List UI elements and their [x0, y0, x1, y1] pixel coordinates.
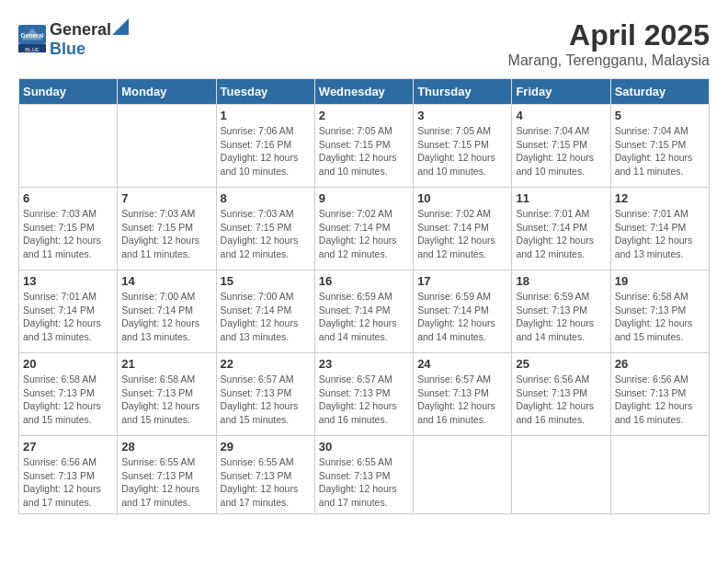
day-info: Sunrise: 6:57 AMSunset: 7:13 PMDaylight:…	[319, 373, 409, 427]
calendar-cell: 22Sunrise: 6:57 AMSunset: 7:13 PMDayligh…	[216, 353, 314, 436]
day-number: 4	[516, 109, 606, 122]
day-number: 23	[319, 357, 409, 371]
calendar-cell	[118, 105, 216, 188]
day-info: Sunrise: 7:05 AMSunset: 7:15 PMDaylight:…	[417, 124, 507, 178]
calendar-cell: 11Sunrise: 7:01 AMSunset: 7:14 PMDayligh…	[512, 188, 610, 270]
calendar-cell: 28Sunrise: 6:55 AMSunset: 7:13 PMDayligh…	[118, 436, 216, 514]
day-info: Sunrise: 6:57 AMSunset: 7:13 PMDaylight:…	[417, 373, 507, 427]
calendar-cell: 1Sunrise: 7:06 AMSunset: 7:16 PMDaylight…	[216, 105, 314, 188]
calendar-cell: 7Sunrise: 7:03 AMSunset: 7:15 PMDaylight…	[118, 188, 216, 270]
day-info: Sunrise: 6:58 AMSunset: 7:13 PMDaylight:…	[23, 373, 113, 427]
column-header-thursday: Thursday	[414, 79, 512, 105]
calendar-cell: 13Sunrise: 7:01 AMSunset: 7:14 PMDayligh…	[19, 270, 118, 353]
calendar-cell: 26Sunrise: 6:56 AMSunset: 7:13 PMDayligh…	[610, 353, 709, 436]
day-number: 2	[319, 109, 409, 122]
calendar-cell: 25Sunrise: 6:56 AMSunset: 7:13 PMDayligh…	[512, 353, 610, 436]
day-info: Sunrise: 6:56 AMSunset: 7:13 PMDaylight:…	[516, 373, 606, 427]
day-number: 15	[221, 274, 311, 288]
day-number: 5	[615, 109, 705, 122]
day-number: 10	[417, 191, 507, 205]
day-info: Sunrise: 7:01 AMSunset: 7:14 PMDaylight:…	[615, 207, 705, 261]
day-number: 14	[121, 274, 211, 288]
day-info: Sunrise: 7:02 AMSunset: 7:14 PMDaylight:…	[417, 207, 507, 261]
day-number: 7	[121, 191, 211, 205]
calendar-cell: 19Sunrise: 6:58 AMSunset: 7:13 PMDayligh…	[610, 270, 709, 353]
day-number: 28	[121, 440, 211, 454]
calendar-week-row: 1Sunrise: 7:06 AMSunset: 7:16 PMDaylight…	[19, 105, 710, 188]
location-title: Marang, Terengganu, Malaysia	[508, 52, 710, 69]
calendar-cell: 23Sunrise: 6:57 AMSunset: 7:13 PMDayligh…	[314, 353, 413, 436]
day-number: 13	[23, 274, 113, 288]
day-number: 11	[516, 191, 606, 205]
svg-text:BLUE: BLUE	[25, 47, 40, 52]
column-header-monday: Monday	[118, 79, 216, 105]
day-number: 21	[121, 357, 211, 371]
day-number: 18	[516, 274, 606, 288]
calendar-cell: 18Sunrise: 6:59 AMSunset: 7:13 PMDayligh…	[512, 270, 610, 353]
column-header-wednesday: Wednesday	[314, 79, 413, 105]
calendar-cell	[512, 436, 610, 514]
day-info: Sunrise: 6:55 AMSunset: 7:13 PMDaylight:…	[221, 455, 311, 510]
logo-icon: BLUE General	[18, 25, 46, 52]
day-number: 1	[221, 109, 311, 122]
day-info: Sunrise: 6:59 AMSunset: 7:13 PMDaylight:…	[516, 290, 606, 344]
calendar-cell: 20Sunrise: 6:58 AMSunset: 7:13 PMDayligh…	[19, 353, 118, 436]
calendar-cell: 27Sunrise: 6:56 AMSunset: 7:13 PMDayligh…	[19, 436, 118, 514]
day-info: Sunrise: 7:01 AMSunset: 7:14 PMDaylight:…	[23, 290, 113, 344]
calendar-cell: 17Sunrise: 6:59 AMSunset: 7:14 PMDayligh…	[414, 270, 512, 353]
day-info: Sunrise: 7:04 AMSunset: 7:15 PMDaylight:…	[615, 124, 705, 178]
day-info: Sunrise: 7:00 AMSunset: 7:14 PMDaylight:…	[221, 290, 311, 344]
calendar-cell: 24Sunrise: 6:57 AMSunset: 7:13 PMDayligh…	[414, 353, 512, 436]
day-number: 20	[23, 357, 113, 371]
calendar-week-row: 27Sunrise: 6:56 AMSunset: 7:13 PMDayligh…	[19, 436, 710, 514]
day-number: 8	[221, 191, 311, 205]
day-number: 24	[417, 357, 507, 371]
column-header-saturday: Saturday	[610, 79, 709, 105]
calendar-week-row: 13Sunrise: 7:01 AMSunset: 7:14 PMDayligh…	[19, 270, 710, 353]
column-header-tuesday: Tuesday	[216, 79, 314, 105]
day-info: Sunrise: 7:01 AMSunset: 7:14 PMDaylight:…	[516, 207, 606, 261]
calendar-cell: 15Sunrise: 7:00 AMSunset: 7:14 PMDayligh…	[216, 270, 314, 353]
logo-text: General Blue	[50, 18, 130, 59]
day-number: 27	[23, 440, 113, 454]
calendar-cell: 16Sunrise: 6:59 AMSunset: 7:14 PMDayligh…	[314, 270, 413, 353]
day-number: 19	[615, 274, 705, 288]
day-info: Sunrise: 7:04 AMSunset: 7:15 PMDaylight:…	[516, 124, 606, 178]
month-title: April 2025	[508, 18, 710, 52]
day-number: 17	[417, 274, 507, 288]
title-area: April 2025 Marang, Terengganu, Malaysia	[508, 18, 710, 69]
calendar-cell: 14Sunrise: 7:00 AMSunset: 7:14 PMDayligh…	[118, 270, 216, 353]
calendar-cell: 9Sunrise: 7:02 AMSunset: 7:14 PMDaylight…	[314, 188, 413, 270]
calendar-cell: 21Sunrise: 6:58 AMSunset: 7:13 PMDayligh…	[118, 353, 216, 436]
day-number: 16	[319, 274, 409, 288]
calendar-cell: 6Sunrise: 7:03 AMSunset: 7:15 PMDaylight…	[19, 188, 118, 270]
day-number: 25	[516, 357, 606, 371]
svg-marker-5	[112, 18, 129, 35]
day-number: 9	[319, 191, 409, 205]
day-info: Sunrise: 7:03 AMSunset: 7:15 PMDaylight:…	[23, 207, 113, 261]
day-number: 30	[319, 440, 409, 454]
day-info: Sunrise: 7:03 AMSunset: 7:15 PMDaylight:…	[121, 207, 211, 261]
calendar-cell: 10Sunrise: 7:02 AMSunset: 7:14 PMDayligh…	[414, 188, 512, 270]
calendar-cell: 2Sunrise: 7:05 AMSunset: 7:15 PMDaylight…	[314, 105, 413, 188]
day-info: Sunrise: 6:55 AMSunset: 7:13 PMDaylight:…	[319, 455, 409, 510]
day-info: Sunrise: 6:57 AMSunset: 7:13 PMDaylight:…	[221, 373, 311, 427]
calendar-week-row: 6Sunrise: 7:03 AMSunset: 7:15 PMDaylight…	[19, 188, 710, 270]
day-info: Sunrise: 6:59 AMSunset: 7:14 PMDaylight:…	[417, 290, 507, 344]
logo-blue: Blue	[50, 40, 85, 58]
calendar-header-row: SundayMondayTuesdayWednesdayThursdayFrid…	[19, 79, 710, 105]
day-number: 29	[221, 440, 311, 454]
calendar-cell: 8Sunrise: 7:03 AMSunset: 7:15 PMDaylight…	[216, 188, 314, 270]
day-info: Sunrise: 7:06 AMSunset: 7:16 PMDaylight:…	[221, 124, 311, 178]
calendar-cell: 29Sunrise: 6:55 AMSunset: 7:13 PMDayligh…	[216, 436, 314, 514]
day-info: Sunrise: 6:56 AMSunset: 7:13 PMDaylight:…	[615, 373, 705, 427]
calendar-week-row: 20Sunrise: 6:58 AMSunset: 7:13 PMDayligh…	[19, 353, 710, 436]
day-number: 6	[23, 191, 113, 205]
calendar-cell	[610, 436, 709, 514]
day-info: Sunrise: 6:56 AMSunset: 7:13 PMDaylight:…	[23, 455, 113, 510]
calendar-cell	[414, 436, 512, 514]
day-info: Sunrise: 6:59 AMSunset: 7:14 PMDaylight:…	[319, 290, 409, 344]
day-info: Sunrise: 6:58 AMSunset: 7:13 PMDaylight:…	[121, 373, 211, 427]
day-number: 22	[221, 357, 311, 371]
page-header: BLUE General General Blue April 2025 Mar…	[18, 18, 710, 69]
